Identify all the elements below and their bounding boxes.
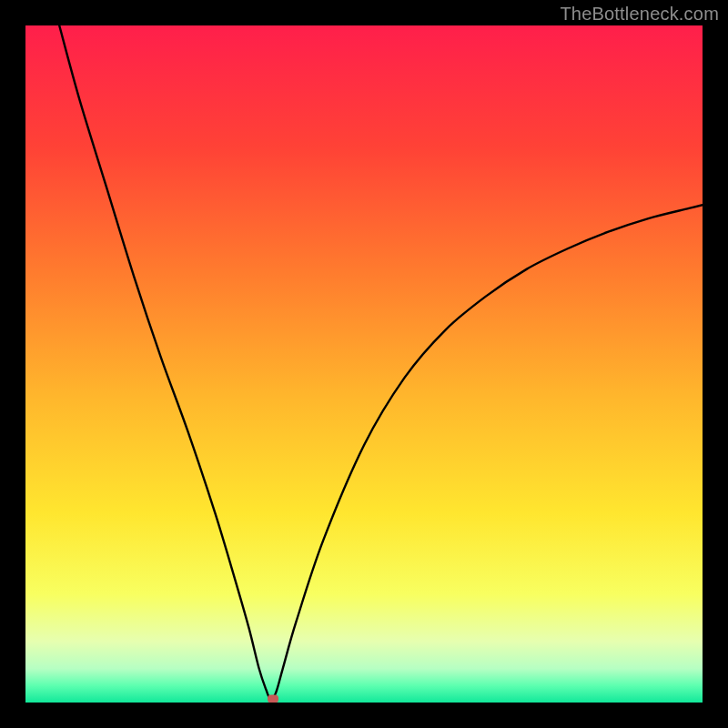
chart-stage: TheBottleneck.com (0, 0, 728, 728)
watermark-text: TheBottleneck.com (560, 4, 719, 25)
minimum-marker (268, 694, 278, 703)
bottleneck-curve (59, 25, 703, 699)
curve-layer (25, 25, 703, 703)
plot-area (25, 25, 703, 703)
